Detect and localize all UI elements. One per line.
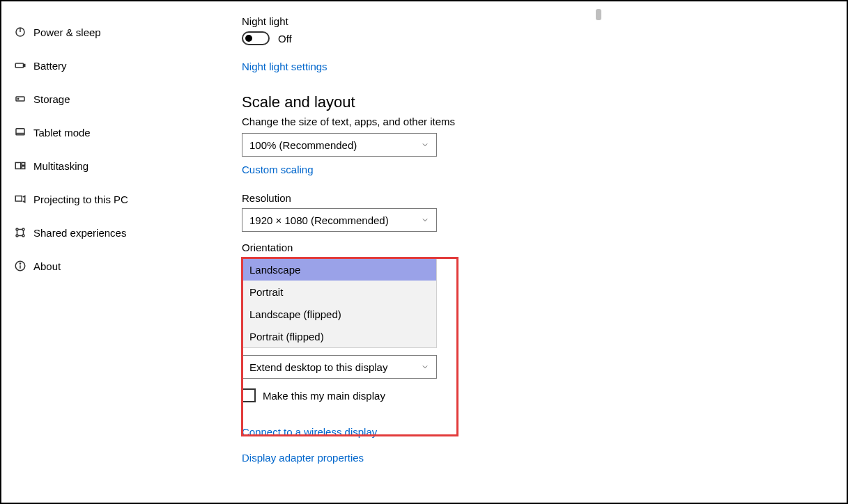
chevron-down-icon	[421, 139, 429, 151]
svg-rect-2	[15, 63, 23, 68]
resolution-select[interactable]: 1920 × 1080 (Recommended)	[242, 208, 437, 232]
svg-rect-10	[22, 166, 25, 169]
svg-rect-3	[24, 65, 25, 67]
night-light-settings-link[interactable]: Night light settings	[242, 61, 327, 72]
settings-sidebar: Power & sleep Battery Storage Tablet mod…	[1, 15, 210, 283]
sidebar-item-storage[interactable]: Storage	[14, 82, 210, 116]
multitasking-icon	[14, 159, 33, 172]
scrollbar-thumb[interactable]	[596, 9, 601, 20]
battery-icon	[14, 59, 33, 72]
main-display-label: Make this my main display	[263, 390, 385, 402]
scale-size-select[interactable]: 100% (Recommended)	[242, 133, 437, 157]
orientation-option-landscape[interactable]: Landscape	[242, 258, 436, 281]
storage-icon	[14, 93, 33, 105]
scale-size-label: Change the size of text, apps, and other…	[242, 116, 730, 127]
scale-layout-heading: Scale and layout	[242, 93, 730, 111]
sidebar-item-label: Battery	[33, 60, 67, 72]
svg-rect-9	[22, 163, 25, 166]
orientation-dropdown[interactable]: Landscape Portrait Landscape (flipped) P…	[242, 258, 437, 348]
sidebar-item-shared-experiences[interactable]: Shared experiences	[14, 216, 210, 249]
sidebar-item-label: Storage	[33, 93, 70, 105]
orientation-option-landscape-flipped[interactable]: Landscape (flipped)	[242, 303, 436, 325]
orientation-option-portrait-flipped[interactable]: Portrait (flipped)	[242, 325, 436, 347]
night-light-toggle[interactable]	[242, 31, 270, 45]
sidebar-item-tablet-mode[interactable]: Tablet mode	[14, 116, 210, 149]
sidebar-item-multitasking[interactable]: Multitasking	[14, 149, 210, 182]
tablet-icon	[14, 126, 33, 139]
sidebar-item-label: Shared experiences	[33, 227, 126, 239]
night-light-state: Off	[278, 33, 292, 45]
svg-point-5	[17, 98, 19, 100]
svg-point-12	[16, 228, 18, 230]
sidebar-item-label: Projecting to this PC	[33, 194, 128, 205]
orientation-option-portrait[interactable]: Portrait	[242, 281, 436, 303]
svg-rect-6	[16, 129, 24, 135]
sidebar-item-about[interactable]: About	[14, 249, 210, 283]
projecting-icon	[14, 193, 33, 205]
multi-display-select[interactable]: Extend desktop to this display	[242, 355, 437, 379]
svg-point-13	[22, 228, 24, 230]
svg-point-15	[22, 235, 24, 237]
multi-display-value: Extend desktop to this display	[249, 361, 387, 373]
sidebar-item-projecting[interactable]: Projecting to this PC	[14, 182, 210, 216]
main-display-checkbox[interactable]	[242, 388, 256, 402]
sidebar-item-label: Power & sleep	[33, 26, 101, 38]
sidebar-item-label: Tablet mode	[33, 127, 91, 139]
chevron-down-icon	[421, 361, 429, 373]
info-icon	[14, 260, 33, 272]
adapter-properties-link[interactable]: Display adapter properties	[242, 452, 364, 464]
shared-icon	[14, 226, 33, 239]
connect-wireless-link[interactable]: Connect to a wireless display	[242, 426, 377, 438]
resolution-label: Resolution	[242, 192, 730, 204]
sidebar-item-label: About	[33, 260, 61, 272]
svg-rect-8	[15, 163, 21, 169]
scale-size-value: 100% (Recommended)	[249, 139, 357, 151]
power-icon	[14, 26, 33, 38]
sidebar-item-label: Multitasking	[33, 160, 88, 172]
svg-rect-11	[15, 196, 22, 202]
svg-point-22	[20, 263, 20, 264]
resolution-value: 1920 × 1080 (Recommended)	[249, 214, 389, 226]
chevron-down-icon	[421, 214, 429, 226]
sidebar-item-battery[interactable]: Battery	[14, 49, 210, 82]
svg-point-14	[16, 235, 18, 237]
night-light-label: Night light	[242, 15, 730, 27]
display-settings-content: Night light Off Night light settings Sca…	[242, 6, 730, 471]
custom-scaling-link[interactable]: Custom scaling	[242, 164, 314, 175]
orientation-label: Orientation	[242, 242, 730, 253]
sidebar-item-power-sleep[interactable]: Power & sleep	[14, 15, 210, 49]
